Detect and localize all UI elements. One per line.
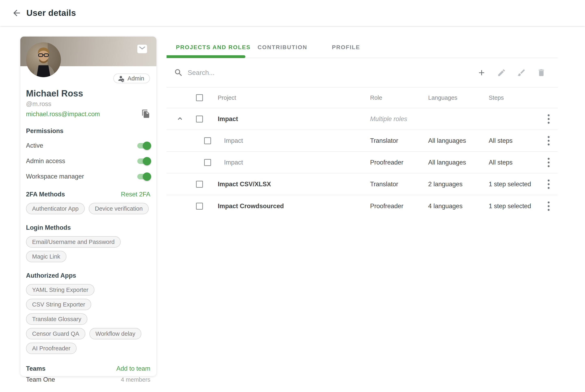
brush-icon (517, 68, 526, 77)
project-role: Translator (370, 137, 428, 144)
permission-label: Workspace manager (26, 173, 84, 180)
table-row-sub: Impact Proofreader All languages All ste… (166, 152, 558, 174)
authorized-apps-heading: Authorized Apps (26, 272, 76, 279)
main-panel: PROJECTS AND ROLES CONTRIBUTION PROFILE (166, 36, 558, 217)
send-email-button[interactable] (137, 45, 147, 53)
table-row: Impact Crowdsourced Proofreader 4 langua… (166, 195, 558, 217)
tab-projects-and-roles[interactable]: PROJECTS AND ROLES (176, 36, 251, 58)
chip-csv-string-exporter: CSV String Exporter (26, 299, 91, 310)
row-menu-button[interactable] (544, 135, 553, 146)
admin-badge-label: Admin (128, 75, 144, 82)
row-checkbox[interactable] (196, 116, 203, 122)
project-name: Impact (218, 159, 370, 166)
team-row: Team One 4 members (26, 376, 150, 383)
project-role: Translator (370, 180, 428, 188)
plus-icon (477, 68, 486, 77)
column-header-steps: Steps (489, 94, 540, 101)
project-languages: 4 languages (428, 202, 489, 210)
user-handle: @m.ross (26, 100, 150, 108)
pencil-icon (497, 68, 506, 77)
avatar (26, 42, 61, 77)
table-row-group: Impact Multiple roles (166, 108, 558, 130)
project-role: Proofreader (370, 202, 428, 210)
profile-card: Admin Michael Ross @m.ross michael.ross@… (20, 36, 156, 376)
authorized-app-chips: YAML String Exporter CSV String Exporter… (26, 284, 151, 354)
search-icon (174, 68, 183, 78)
user-email-link[interactable]: michael.ross@impact.com (26, 110, 100, 118)
project-steps: 1 step selected (489, 180, 540, 188)
copy-icon (142, 109, 150, 118)
project-steps: All steps (489, 159, 540, 166)
copy-email-button[interactable] (142, 109, 150, 119)
project-steps: 1 step selected (489, 202, 540, 210)
project-role: Proofreader (370, 159, 428, 166)
project-name: Impact CSV/XLSX (218, 180, 370, 188)
arrow-left-icon (12, 8, 22, 18)
user-name: Michael Ross (26, 88, 150, 99)
active-toggle[interactable] (137, 143, 150, 148)
kebab-icon (544, 113, 553, 125)
project-languages: All languages (428, 159, 489, 166)
permission-label: Admin access (26, 158, 65, 165)
team-name: Team One (26, 376, 55, 383)
chip-authenticator-app: Authenticator App (26, 203, 85, 214)
permissions-heading: Permissions (26, 127, 150, 135)
row-menu-button[interactable] (544, 200, 553, 212)
toolbar-actions (477, 68, 546, 77)
twofa-chips: Authenticator App Device verification (26, 203, 151, 214)
row-menu-button[interactable] (544, 178, 553, 190)
twofa-heading: 2FA Methods (26, 191, 65, 198)
row-checkbox[interactable] (204, 159, 211, 166)
chip-censor-guard-qa: Censor Guard QA (26, 328, 85, 340)
project-name: Impact Crowdsourced (218, 202, 370, 210)
page-title: User details (26, 8, 76, 18)
row-checkbox[interactable] (204, 137, 211, 144)
collapse-row-button[interactable] (176, 114, 184, 123)
tab-profile[interactable]: PROFILE (332, 36, 360, 58)
table-toolbar (166, 58, 558, 88)
table-row-sub: Impact Translator All languages All step… (166, 130, 558, 152)
user-gear-icon (118, 75, 125, 82)
row-menu-button[interactable] (544, 157, 553, 168)
project-languages: All languages (428, 137, 489, 144)
team-members-count: 4 members (121, 376, 150, 383)
project-role: Multiple roles (370, 115, 428, 123)
select-all-checkbox[interactable] (196, 94, 203, 101)
permission-row-workspace-manager: Workspace manager (26, 172, 150, 181)
search-input[interactable] (188, 69, 370, 76)
workspace-manager-toggle[interactable] (137, 174, 150, 179)
chip-ai-proofreader: AI Proofreader (26, 343, 76, 354)
admin-badge: Admin (113, 74, 150, 83)
chip-yaml-string-exporter: YAML String Exporter (26, 284, 94, 296)
row-checkbox[interactable] (196, 181, 203, 188)
row-menu-button[interactable] (544, 113, 553, 125)
top-app-bar: User details (0, 0, 585, 26)
table-row: Impact CSV/XLSX Translator 2 languages 1… (166, 174, 558, 195)
kebab-icon (544, 135, 553, 146)
add-to-team-link[interactable]: Add to team (116, 365, 150, 372)
reset-2fa-link[interactable]: Reset 2FA (121, 191, 150, 198)
column-header-role: Role (370, 94, 428, 101)
kebab-icon (544, 200, 553, 212)
project-name: Impact (218, 115, 370, 123)
table-header-row: Project Role Languages Steps (166, 88, 558, 108)
chip-email-password: Email/Username and Password (26, 236, 121, 248)
row-checkbox[interactable] (196, 203, 203, 210)
kebab-icon (544, 178, 553, 190)
chip-magic-link: Magic Link (26, 251, 66, 262)
clear-filters-button[interactable] (517, 68, 526, 77)
permission-row-admin-access: Admin access (26, 156, 150, 166)
edit-button[interactable] (497, 68, 506, 77)
login-method-chips: Email/Username and Password Magic Link (26, 236, 151, 262)
chevron-up-icon (176, 114, 184, 123)
envelope-icon (139, 46, 146, 52)
add-button[interactable] (477, 68, 486, 77)
chip-workflow-delay: Workflow delay (90, 328, 142, 340)
delete-button[interactable] (537, 68, 546, 77)
admin-access-toggle[interactable] (137, 158, 150, 164)
back-button[interactable] (10, 7, 23, 19)
projects-table: Project Role Languages Steps Impact Mult… (166, 88, 558, 217)
column-header-project: Project (218, 94, 370, 101)
tab-contribution[interactable]: CONTRIBUTION (258, 36, 307, 58)
chip-device-verification: Device verification (89, 203, 149, 214)
